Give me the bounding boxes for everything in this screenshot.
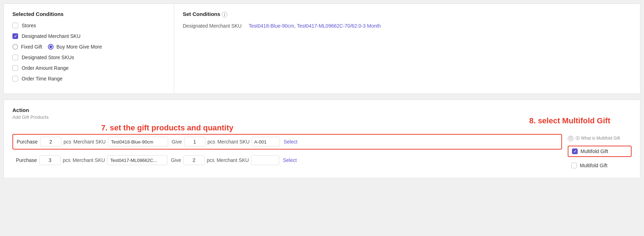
gift-row-0-give-unit: pcs — [208, 139, 215, 145]
stores-checkbox[interactable] — [12, 23, 18, 28]
gift-row-0-purchase-sku-value[interactable] — [108, 137, 168, 147]
annotation-container: 7. set the gift products and quantity 8.… — [12, 134, 632, 171]
condition-designated-store-skus: Designated Store SKUs — [12, 55, 165, 60]
set-conditions-panel: Set Conditions i Designated Merchant SKU… — [174, 4, 640, 94]
gift-row-1-give-sku-value[interactable] — [251, 155, 279, 165]
gift-row-0: Purchase pcs Merchant SKU Give pcs Merch… — [12, 134, 562, 150]
condition-stores: Stores — [12, 23, 165, 28]
gift-row-1: Purchase pcs Merchant SKU Give pcs Merch… — [12, 153, 562, 167]
gift-row-0-give-qty[interactable] — [184, 137, 205, 147]
gift-row-0-purchase-unit: pcs — [64, 139, 71, 145]
designated-merchant-sku-set-label: Designated Merchant SKU — [183, 23, 242, 29]
gift-rows-left: Purchase pcs Merchant SKU Give pcs Merch… — [12, 134, 562, 171]
set-conditions-title: Set Conditions i — [183, 11, 632, 17]
radio-group-gift-type: Fixed Gift Buy More Give More — [12, 44, 165, 50]
radio-buy-more-give-more[interactable]: Buy More Give More — [48, 44, 102, 50]
gift-row-1-purchase-qty[interactable] — [39, 155, 61, 165]
order-time-range-label: Order Time Range — [22, 76, 62, 82]
multifold-row-1-checkbox[interactable] — [571, 163, 577, 168]
set-conditions-info-icon[interactable]: i — [222, 12, 227, 17]
gift-row-0-purchase-sku-label: Merchant SKU — [73, 139, 106, 145]
order-amount-range-label: Order Amount Range — [22, 65, 68, 71]
top-section: Selected Conditions Stores Designated Me… — [4, 4, 640, 94]
gift-row-1-purchase-sku-label: Merchant SKU — [73, 157, 105, 163]
condition-order-amount-range: Order Amount Range — [12, 65, 165, 71]
multifold-row-0-label: Multifold Gift — [580, 148, 608, 154]
gift-row-0-purchase-qty[interactable] — [40, 137, 61, 147]
gift-rows-area: Purchase pcs Merchant SKU Give pcs Merch… — [12, 134, 632, 171]
designated-store-skus-checkbox[interactable] — [12, 55, 18, 60]
multifold-row-1-label: Multifold Gift — [580, 163, 607, 168]
gift-row-1-give-qty[interactable] — [183, 155, 205, 165]
gift-row-1-give-unit: pcs — [207, 157, 215, 163]
designated-store-skus-label: Designated Store SKUs — [22, 55, 74, 60]
gift-row-0-purchase-label: Purchase — [17, 139, 38, 145]
page-wrapper: Selected Conditions Stores Designated Me… — [0, 0, 644, 236]
add-gift-label: Add Gift Products — [12, 114, 632, 120]
selected-conditions-title: Selected Conditions — [12, 11, 165, 17]
multifold-header: ⓪ ⓪ What is Multifold Gift — [568, 135, 632, 141]
gift-row-0-give-sku-value[interactable] — [252, 137, 280, 147]
fixed-gift-radio[interactable] — [12, 44, 18, 50]
designated-merchant-sku-set-value: Test0418-Blue-90cm, Test0417-ML09662C-70… — [249, 23, 381, 29]
what-is-multifold-text: ⓪ What is Multifold Gift — [576, 135, 620, 141]
set-cond-row-0: Designated Merchant SKU Test0418-Blue-90… — [183, 23, 632, 29]
condition-designated-merchant-sku: Designated Merchant SKU — [12, 33, 165, 39]
multifold-area: ⓪ ⓪ What is Multifold Gift Multifold Gif… — [568, 134, 632, 171]
fixed-gift-label: Fixed Gift — [21, 44, 42, 50]
gift-row-1-give-sku-label: Merchant SKU — [216, 157, 249, 163]
multifold-row-1: Multifold Gift — [568, 161, 632, 170]
buy-more-give-more-label: Buy More Give More — [56, 44, 102, 50]
selected-conditions-panel: Selected Conditions Stores Designated Me… — [4, 4, 174, 94]
condition-order-time-range: Order Time Range — [12, 76, 165, 82]
gift-row-0-give-label: Give — [172, 139, 182, 145]
multifold-info-icon[interactable]: ⓪ — [568, 136, 573, 141]
designated-merchant-sku-checkbox[interactable] — [12, 33, 18, 39]
multifold-row-0-checkbox[interactable] — [572, 148, 578, 154]
buy-more-give-more-radio[interactable] — [48, 44, 54, 50]
gift-row-1-purchase-sku-value[interactable] — [107, 155, 167, 165]
gift-row-0-select-button[interactable]: Select — [282, 139, 299, 145]
gift-row-1-select-button[interactable]: Select — [281, 157, 298, 163]
order-amount-range-checkbox[interactable] — [12, 65, 18, 71]
designated-merchant-sku-label: Designated Merchant SKU — [22, 33, 81, 39]
gift-row-1-purchase-label: Purchase — [16, 157, 37, 163]
gift-row-1-give-label: Give — [171, 157, 181, 163]
gift-row-1-purchase-unit: pcs — [63, 157, 71, 163]
order-time-range-checkbox[interactable] — [12, 76, 18, 82]
stores-label: Stores — [22, 23, 36, 28]
gift-row-0-give-sku-label: Merchant SKU — [217, 139, 249, 145]
action-section: Action Add Gift Products 7. set the gift… — [4, 100, 640, 178]
action-title: Action — [12, 107, 632, 113]
radio-fixed-gift[interactable]: Fixed Gift — [12, 44, 42, 50]
annotation-7: 7. set the gift products and quantity — [101, 123, 233, 133]
multifold-row-0: Multifold Gift — [568, 146, 632, 157]
